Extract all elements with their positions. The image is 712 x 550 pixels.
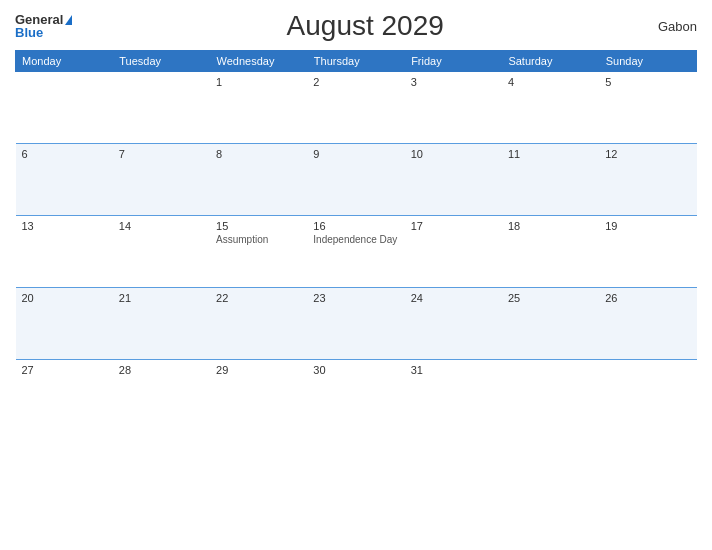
logo-triangle-icon <box>65 15 72 25</box>
day-number: 21 <box>119 292 204 304</box>
day-number: 8 <box>216 148 301 160</box>
calendar-cell: 17 <box>405 216 502 288</box>
calendar-cell: 28 <box>113 360 210 432</box>
week-row-2: 6789101112 <box>16 144 697 216</box>
calendar-header: General Blue August 2029 Gabon <box>15 10 697 42</box>
calendar-cell: 25 <box>502 288 599 360</box>
calendar-cell: 2 <box>307 72 404 144</box>
day-number: 3 <box>411 76 496 88</box>
header-friday: Friday <box>405 51 502 72</box>
calendar-cell: 24 <box>405 288 502 360</box>
day-number: 18 <box>508 220 593 232</box>
header-wednesday: Wednesday <box>210 51 307 72</box>
event-label: Assumption <box>216 234 301 245</box>
day-number: 20 <box>22 292 107 304</box>
week-row-4: 20212223242526 <box>16 288 697 360</box>
day-number: 1 <box>216 76 301 88</box>
day-number: 27 <box>22 364 107 376</box>
day-number: 10 <box>411 148 496 160</box>
day-number: 7 <box>119 148 204 160</box>
calendar-table: Monday Tuesday Wednesday Thursday Friday… <box>15 50 697 432</box>
header-saturday: Saturday <box>502 51 599 72</box>
day-number: 17 <box>411 220 496 232</box>
day-number: 24 <box>411 292 496 304</box>
day-number: 31 <box>411 364 496 376</box>
header-sunday: Sunday <box>599 51 696 72</box>
day-number: 5 <box>605 76 690 88</box>
calendar-cell: 18 <box>502 216 599 288</box>
calendar-cell: 16Independence Day <box>307 216 404 288</box>
day-number: 6 <box>22 148 107 160</box>
calendar-cell: 5 <box>599 72 696 144</box>
calendar-cell: 20 <box>16 288 113 360</box>
day-number: 13 <box>22 220 107 232</box>
calendar-cell: 10 <box>405 144 502 216</box>
day-number: 22 <box>216 292 301 304</box>
calendar-cell: 14 <box>113 216 210 288</box>
calendar-cell: 19 <box>599 216 696 288</box>
day-number: 23 <box>313 292 398 304</box>
logo-blue-text: Blue <box>15 26 43 39</box>
day-number: 4 <box>508 76 593 88</box>
country-label: Gabon <box>658 19 697 34</box>
day-number: 15 <box>216 220 301 232</box>
weekday-header-row: Monday Tuesday Wednesday Thursday Friday… <box>16 51 697 72</box>
day-number: 29 <box>216 364 301 376</box>
day-number: 19 <box>605 220 690 232</box>
calendar-cell: 8 <box>210 144 307 216</box>
header-tuesday: Tuesday <box>113 51 210 72</box>
day-number: 25 <box>508 292 593 304</box>
day-number: 28 <box>119 364 204 376</box>
calendar-cell: 4 <box>502 72 599 144</box>
calendar-cell: 15Assumption <box>210 216 307 288</box>
week-row-3: 131415Assumption16Independence Day171819 <box>16 216 697 288</box>
day-number: 12 <box>605 148 690 160</box>
calendar-cell: 23 <box>307 288 404 360</box>
month-title: August 2029 <box>72 10 658 42</box>
calendar-cell <box>16 72 113 144</box>
calendar-cell <box>599 360 696 432</box>
calendar-page: General Blue August 2029 Gabon Monday Tu… <box>0 0 712 550</box>
calendar-cell: 29 <box>210 360 307 432</box>
calendar-cell: 6 <box>16 144 113 216</box>
week-row-1: 12345 <box>16 72 697 144</box>
day-number: 2 <box>313 76 398 88</box>
calendar-cell: 9 <box>307 144 404 216</box>
calendar-cell: 3 <box>405 72 502 144</box>
day-number: 26 <box>605 292 690 304</box>
week-row-5: 2728293031 <box>16 360 697 432</box>
calendar-cell: 13 <box>16 216 113 288</box>
calendar-cell: 26 <box>599 288 696 360</box>
calendar-cell: 12 <box>599 144 696 216</box>
calendar-cell: 1 <box>210 72 307 144</box>
calendar-cell: 30 <box>307 360 404 432</box>
calendar-cell <box>502 360 599 432</box>
logo: General Blue <box>15 13 72 39</box>
day-number: 11 <box>508 148 593 160</box>
header-monday: Monday <box>16 51 113 72</box>
day-number: 9 <box>313 148 398 160</box>
calendar-cell: 31 <box>405 360 502 432</box>
calendar-cell <box>113 72 210 144</box>
day-number: 14 <box>119 220 204 232</box>
header-thursday: Thursday <box>307 51 404 72</box>
calendar-cell: 21 <box>113 288 210 360</box>
event-label: Independence Day <box>313 234 398 245</box>
calendar-cell: 7 <box>113 144 210 216</box>
day-number: 30 <box>313 364 398 376</box>
day-number: 16 <box>313 220 398 232</box>
calendar-cell: 11 <box>502 144 599 216</box>
calendar-cell: 22 <box>210 288 307 360</box>
calendar-cell: 27 <box>16 360 113 432</box>
